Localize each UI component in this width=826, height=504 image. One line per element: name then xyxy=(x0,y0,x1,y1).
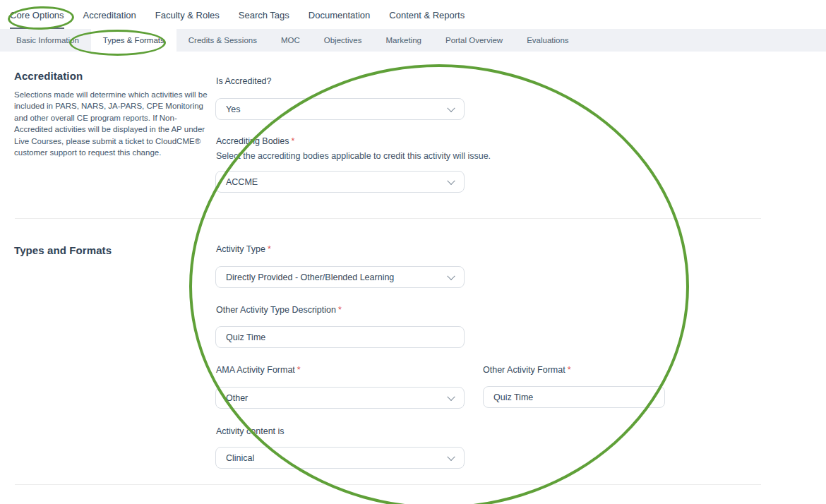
section-divider xyxy=(15,218,761,219)
required-asterisk: * xyxy=(297,365,301,375)
subtab-bar: Basic Information Types & Formats Credit… xyxy=(0,29,826,52)
activity-content-label: Activity content is xyxy=(216,426,285,436)
ama-activity-format-label-text: AMA Activity Format xyxy=(216,365,295,375)
nav-item-faculty-roles[interactable]: Faculty & Roles xyxy=(155,0,220,29)
required-asterisk: * xyxy=(338,305,342,315)
chevron-down-icon xyxy=(447,104,455,112)
subtab-objectives[interactable]: Objectives xyxy=(312,29,374,52)
nav-item-documentation[interactable]: Documentation xyxy=(309,0,370,29)
accreditation-section-description: Selections made will determine which act… xyxy=(14,89,213,158)
activity-type-select[interactable]: Directly Provided - Other/Blended Learni… xyxy=(215,266,465,288)
subtab-moc[interactable]: MOC xyxy=(269,29,312,52)
subtab-evaluations[interactable]: Evaluations xyxy=(515,29,580,52)
required-asterisk: * xyxy=(292,136,295,146)
activity-content-value: Clinical xyxy=(226,453,254,463)
ama-activity-format-label: AMA Activity Format* xyxy=(216,365,301,375)
accrediting-bodies-value: ACCME xyxy=(226,177,258,187)
chevron-down-icon xyxy=(447,176,455,184)
accreditation-section-title: Accreditation xyxy=(14,70,83,82)
nav-item-search-tags[interactable]: Search Tags xyxy=(239,0,289,29)
other-activity-type-description-label-text: Other Activity Type Description xyxy=(216,305,336,315)
is-accredited-label: Is Accredited? xyxy=(216,76,272,86)
subtab-portal-overview[interactable]: Portal Overview xyxy=(433,29,515,52)
activity-type-value: Directly Provided - Other/Blended Learni… xyxy=(226,272,394,282)
accrediting-bodies-helper: Select the accrediting bodies applicable… xyxy=(216,151,491,161)
top-nav: Core Options Accreditation Faculty & Rol… xyxy=(0,0,826,29)
types-formats-section-title: Types and Formats xyxy=(14,244,112,256)
other-activity-format-input[interactable] xyxy=(483,386,665,408)
required-asterisk: * xyxy=(568,365,571,375)
activity-type-label-text: Activity Type xyxy=(216,244,265,254)
activity-content-label-text: Activity content is xyxy=(216,426,285,436)
ama-activity-format-select[interactable]: Other xyxy=(215,387,465,409)
chevron-down-icon xyxy=(447,452,455,460)
nav-item-content-reports[interactable]: Content & Reports xyxy=(389,0,465,29)
chevron-down-icon xyxy=(447,272,455,280)
other-activity-type-description-input[interactable] xyxy=(215,326,465,348)
subtab-types-formats[interactable]: Types & Formats xyxy=(91,29,176,52)
chevron-down-icon xyxy=(447,392,455,400)
nav-item-core-options[interactable]: Core Options xyxy=(10,0,64,29)
required-asterisk: * xyxy=(268,244,271,254)
other-activity-type-description-label: Other Activity Type Description* xyxy=(216,305,342,315)
page: Core Options Accreditation Faculty & Rol… xyxy=(0,0,826,504)
accrediting-bodies-select[interactable]: ACCME xyxy=(215,171,465,193)
subtab-credits-sessions[interactable]: Credits & Sessions xyxy=(176,29,269,52)
subtab-basic-information[interactable]: Basic Information xyxy=(4,29,91,52)
other-activity-format-label: Other Activity Format* xyxy=(483,365,571,375)
activity-content-select[interactable]: Clinical xyxy=(215,447,465,469)
ama-activity-format-value: Other xyxy=(226,393,248,403)
is-accredited-value: Yes xyxy=(226,104,240,114)
activity-type-label: Activity Type* xyxy=(216,244,271,254)
is-accredited-label-text: Is Accredited? xyxy=(216,76,272,86)
is-accredited-select[interactable]: Yes xyxy=(215,98,465,120)
nav-item-accreditation[interactable]: Accreditation xyxy=(83,0,136,29)
accrediting-bodies-label-text: Accrediting Bodies xyxy=(216,136,289,146)
subtab-marketing[interactable]: Marketing xyxy=(373,29,433,52)
other-activity-format-label-text: Other Activity Format xyxy=(483,365,565,375)
bottom-divider xyxy=(15,484,761,485)
accrediting-bodies-label: Accrediting Bodies* xyxy=(216,136,294,146)
